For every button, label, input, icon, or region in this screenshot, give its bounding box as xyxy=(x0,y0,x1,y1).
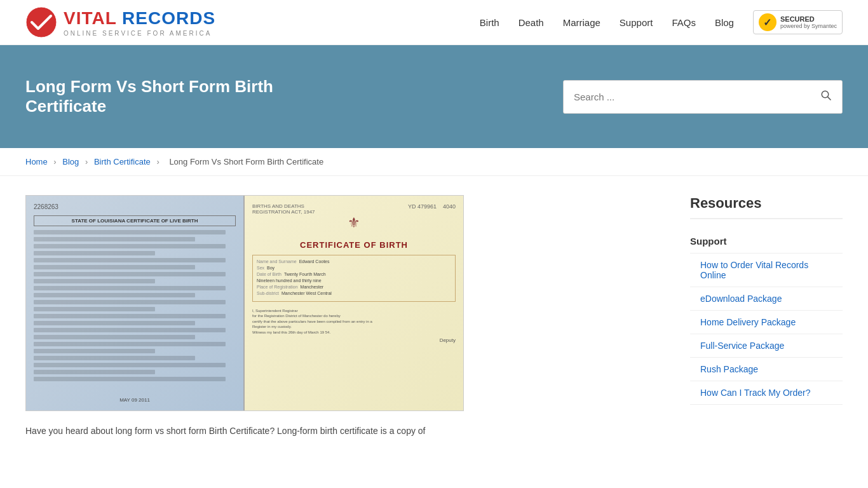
cert-line xyxy=(34,363,226,367)
breadcrumb: Home › Blog › Birth Certificate › Long F… xyxy=(0,148,868,176)
nav-birth[interactable]: Birth xyxy=(480,17,499,28)
logo-vital: VITAL xyxy=(64,8,116,28)
breadcrumb-current: Long Form Vs Short Form Birth Certificat… xyxy=(169,157,323,166)
sidebar: Resources Support How to Order Vital Rec… xyxy=(690,195,843,438)
article-image: 2268263 STATE OF LOUISIANA CERTIFICATE O… xyxy=(25,195,464,411)
cert-line xyxy=(34,356,195,360)
nav-support[interactable]: Support xyxy=(620,17,653,28)
article-intro: Have you heard about long form vs short … xyxy=(25,424,665,438)
cert-date-left: MAY 09 2011 xyxy=(34,397,236,403)
cert-line xyxy=(34,272,226,276)
cert-deputy: Deputy xyxy=(252,337,456,343)
search-icon xyxy=(820,90,832,101)
cert-line xyxy=(34,314,226,318)
hero-section: Long Form Vs Short Form Birth Certificat… xyxy=(0,45,868,148)
sidebar-link-home-delivery[interactable]: Home Delivery Package xyxy=(690,311,843,334)
cert-line xyxy=(34,300,226,304)
sidebar-link-rush[interactable]: Rush Package xyxy=(690,358,843,381)
sidebar-link-how-to-order[interactable]: How to Order Vital Records Online xyxy=(690,254,843,287)
breadcrumb-home[interactable]: Home xyxy=(25,157,48,166)
cert-info-dob2: Nineteen hundred and thirty nine xyxy=(257,278,451,283)
cert-line xyxy=(34,342,226,346)
cert-info-sex: Sex Boy xyxy=(257,266,451,270)
cert-right: BIRTHS AND DEATHSREGISTRATION ACT, 1947 … xyxy=(245,196,463,410)
norton-text-wrap: SECURED powered by Symantec xyxy=(780,15,837,29)
logo-text: VITAL RECORDS ONLINE SERVICE FOR AMERICA xyxy=(64,8,215,37)
site-header: VITAL RECORDS ONLINE SERVICE FOR AMERICA… xyxy=(0,0,868,45)
logo[interactable]: VITAL RECORDS ONLINE SERVICE FOR AMERICA xyxy=(25,6,215,38)
cert-emblem-icon: ⚜ xyxy=(252,215,456,231)
cert-line xyxy=(34,279,155,283)
nav-marriage[interactable]: Marriage xyxy=(563,17,600,28)
cert-number-left: 2268263 xyxy=(34,203,236,210)
page-title: Long Form Vs Short Form Birth Certificat… xyxy=(25,77,343,116)
svg-line-2 xyxy=(828,97,831,100)
breadcrumb-sep3: › xyxy=(156,157,159,166)
cert-line xyxy=(34,321,195,325)
search-input[interactable] xyxy=(564,83,810,111)
cert-number-right: YD 479961 4040 xyxy=(408,203,456,210)
sidebar-link-full-service[interactable]: Full-Service Package xyxy=(690,334,843,358)
cert-line xyxy=(34,237,195,241)
nav-death[interactable]: Death xyxy=(519,17,544,28)
cert-title-left: STATE OF LOUISIANA CERTIFICATE OF LIVE B… xyxy=(34,215,236,226)
cert-line xyxy=(34,328,226,332)
nav-faqs[interactable]: FAQs xyxy=(672,17,696,28)
cert-line xyxy=(34,230,226,234)
cert-info-dob: Date of Birth Twenty Fourth March xyxy=(257,272,451,276)
cert-line xyxy=(34,265,195,269)
logo-title: VITAL RECORDS xyxy=(64,8,215,29)
nav-blog[interactable]: Blog xyxy=(715,17,734,28)
sidebar-section: Support xyxy=(690,229,843,254)
cert-line xyxy=(34,286,226,290)
norton-badge: ✓ SECURED powered by Symantec xyxy=(753,10,843,34)
cert-line xyxy=(34,258,226,262)
cert-info-box: Name and Surname Edward Cootes Sex Boy D… xyxy=(252,255,456,302)
cert-line xyxy=(34,370,155,374)
cert-info-sub: Sub-district Manchester West Central xyxy=(257,291,451,295)
content-area: 2268263 STATE OF LOUISIANA CERTIFICATE O… xyxy=(25,195,665,438)
sidebar-link-track-order[interactable]: How Can I Track My Order? xyxy=(690,381,843,405)
breadcrumb-blog[interactable]: Blog xyxy=(62,157,79,166)
logo-records: RECORDS xyxy=(122,8,215,28)
breadcrumb-sep2: › xyxy=(85,157,88,166)
logo-icon xyxy=(25,6,57,38)
cert-line xyxy=(34,349,155,353)
cert-footer-text: I, Superintendent Registrar for the Regi… xyxy=(252,308,456,335)
norton-check-icon: ✓ xyxy=(759,13,776,31)
cert-line xyxy=(34,377,226,381)
cert-title-right: CERTIFICATE OF BIRTH xyxy=(252,240,456,250)
main-nav: Birth Death Marriage Support FAQs Blog ✓… xyxy=(480,10,843,34)
breadcrumb-birth-cert[interactable]: Birth Certificate xyxy=(94,157,151,166)
cert-info-name: Name and Surname Edward Cootes xyxy=(257,259,451,264)
cert-info-place: Place of Registration Manchester xyxy=(257,285,451,289)
cert-line xyxy=(34,293,195,297)
breadcrumb-sep1: › xyxy=(53,157,56,166)
sidebar-title: Resources xyxy=(690,195,843,219)
sidebar-link-edownload[interactable]: eDownload Package xyxy=(690,287,843,311)
norton-secured: SECURED xyxy=(780,15,837,23)
cert-sub-right: BIRTHS AND DEATHSREGISTRATION ACT, 1947 xyxy=(252,203,315,215)
svg-point-1 xyxy=(822,91,829,98)
main-container: 2268263 STATE OF LOUISIANA CERTIFICATE O… xyxy=(0,176,868,457)
cert-line xyxy=(34,251,155,255)
cert-line xyxy=(34,307,155,311)
search-box xyxy=(563,80,843,114)
cert-left: 2268263 STATE OF LOUISIANA CERTIFICATE O… xyxy=(26,196,245,410)
cert-line xyxy=(34,335,195,339)
cert-lines xyxy=(34,230,236,393)
norton-powered: powered by Symantec xyxy=(780,23,837,29)
logo-subtitle: ONLINE SERVICE FOR AMERICA xyxy=(64,30,215,37)
cert-line xyxy=(34,244,226,248)
search-button[interactable] xyxy=(810,81,842,113)
